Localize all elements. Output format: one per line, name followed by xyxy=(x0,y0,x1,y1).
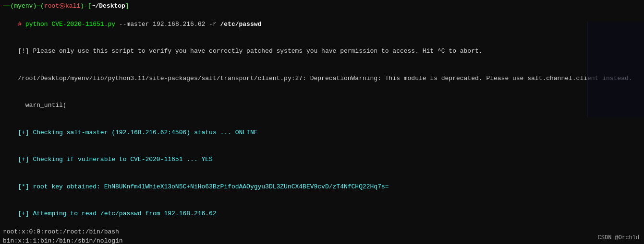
command-arg-file: /etc/passwd xyxy=(220,21,262,28)
checking-master-text: [+] Checking salt-master (192.168.216.62… xyxy=(18,129,257,136)
warning-line: [!] Please only use this script to verif… xyxy=(3,38,641,65)
warn-until-line: warn_until( xyxy=(3,92,641,119)
passwd-bin: bin:x:1:1:bin:/bin:/sbin/nologin xyxy=(3,237,641,244)
prompt-close-bracket: ] xyxy=(125,2,129,11)
watermark: CSDN @Orch1d xyxy=(598,234,639,241)
prompt-dir: ~/Desktop xyxy=(92,2,125,11)
command-line: # python CVE-2020-11651.py --master 192.… xyxy=(3,11,641,38)
root-key-line: [*] root key obtained: EhN8UKnfm4lWhieX1… xyxy=(3,174,641,201)
reading-passwd-text: [+] Attemping to read /etc/passwd from 1… xyxy=(18,210,216,217)
deprecation-line: /root/Desktop/myenv/lib/python3.11/site-… xyxy=(3,65,641,93)
prompt-hash: # xyxy=(18,21,25,28)
prompt-dir-bracket: )-[ xyxy=(80,2,91,11)
prompt-prefix: ──(myenv)─( xyxy=(3,2,44,11)
checking-master-line: [+] Checking salt-master (192.168.216.62… xyxy=(3,119,641,147)
sidebar-panel xyxy=(587,22,644,117)
reading-passwd-line: [+] Attemping to read /etc/passwd from 1… xyxy=(3,201,641,228)
root-key-text: [*] root key obtained: EhN8UKnfm4lWhieX1… xyxy=(18,183,389,190)
prompt-user: root㉿kali xyxy=(44,2,80,11)
warning-text: [!] Please only use this script to verif… xyxy=(18,47,482,55)
warn-until-text: warn_until( xyxy=(18,102,66,109)
command-name: python CVE-2020-11651.py xyxy=(25,21,115,28)
terminal: ──(myenv)─(root㉿kali)-[~/Desktop] # pyth… xyxy=(0,0,644,244)
checking-vuln-line: [+] Checking if vulnerable to CVE-2020-1… xyxy=(3,147,641,174)
deprecation-text: /root/Desktop/myenv/lib/python3.11/site-… xyxy=(18,75,632,82)
checking-vuln-text: [+] Checking if vulnerable to CVE-2020-1… xyxy=(18,156,213,163)
prompt-line: ──(myenv)─(root㉿kali)-[~/Desktop] xyxy=(3,2,641,11)
passwd-root: root:x:0:0:root:/root:/bin/bash xyxy=(3,228,641,237)
command-args: --master 192.168.216.62 -r xyxy=(115,21,220,28)
